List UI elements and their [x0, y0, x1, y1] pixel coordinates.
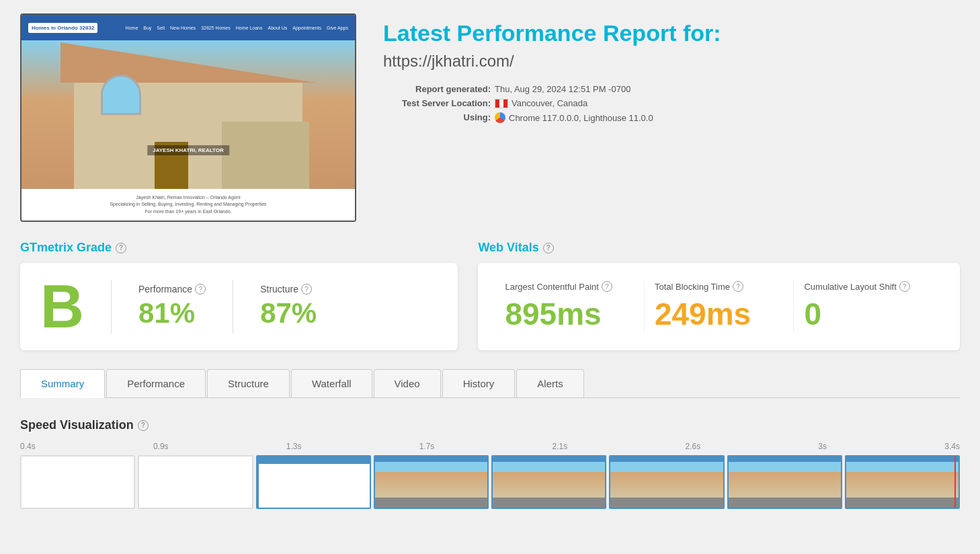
frame-inner-7: [729, 457, 841, 508]
speed-visualization-section: Speed Visualization ? 0.4s 0.9s 1.3s 1.7…: [20, 411, 960, 522]
web-vitals-help-icon[interactable]: ?: [543, 243, 554, 253]
frame-inner-4: [375, 457, 487, 508]
gtmetrix-grade-help-icon[interactable]: ?: [116, 243, 126, 253]
frame-7: [727, 455, 842, 509]
performance-metric: Performance ? 81%: [138, 284, 206, 329]
using-label: Using:: [383, 112, 491, 123]
timeline-label-2: 1.3s: [286, 442, 302, 451]
structure-value: 87%: [260, 297, 317, 329]
tbt-label: Total Blocking Time ?: [655, 281, 784, 292]
speed-viz-title: Speed Visualization ?: [20, 418, 960, 432]
frame-inner-3: [257, 457, 370, 508]
frame-image-8: [845, 455, 960, 509]
screenshot-caption: Jayesh Khatri, Remax Innovation – Orland…: [22, 189, 355, 221]
main-container: Homes in Orlando 32832 HomeBuySellNew Ho…: [0, 0, 980, 554]
lcp-help-icon[interactable]: ?: [602, 281, 612, 292]
screenshot-inner: Homes in Orlando 32832 HomeBuySellNew Ho…: [22, 15, 355, 221]
tbt-value: 249ms: [655, 296, 784, 332]
tab-video[interactable]: Video: [374, 369, 441, 397]
chrome-icon: [495, 112, 505, 123]
grade-divider-2: [233, 280, 233, 333]
frame-image-2: [138, 455, 253, 509]
grade-letter: B: [40, 276, 84, 337]
grades-section: GTmetrix Grade ? B Performance ? 81% Str…: [20, 241, 960, 350]
tab-performance[interactable]: Performance: [106, 369, 206, 397]
structure-label: Structure ?: [260, 284, 317, 294]
screenshot-nav: Homes in Orlando 32832 HomeBuySellNew Ho…: [22, 15, 355, 40]
tab-structure[interactable]: Structure: [207, 369, 290, 397]
top-section: Homes in Orlando 32832 HomeBuySellNew Ho…: [20, 13, 960, 222]
speed-viz-help-icon[interactable]: ?: [138, 420, 149, 431]
tbt-help-icon[interactable]: ?: [733, 281, 743, 292]
frame-image-5: [491, 455, 606, 509]
frame-8: [845, 455, 960, 509]
frame-3: [256, 455, 371, 509]
performance-value: 81%: [138, 297, 206, 329]
house-roof: [60, 42, 316, 83]
speed-timeline: 0.4s 0.9s 1.3s 1.7s 2.1s 2.6s 3s 3.4s: [20, 442, 960, 516]
timeline-label-1: 0.9s: [153, 442, 169, 451]
frame-inner-8: [846, 457, 958, 508]
grade-card: B Performance ? 81% Structure ? 87%: [20, 263, 458, 350]
canada-flag-icon: [495, 99, 508, 108]
structure-metric: Structure ? 87%: [260, 284, 317, 329]
frame-5: [491, 455, 606, 509]
report-info: Latest Performance Report for: https://j…: [383, 13, 960, 222]
frame-4: [374, 455, 489, 509]
report-url: https://jkhatri.com/: [383, 52, 960, 71]
frame-1: [20, 455, 135, 509]
gtmetrix-grade-title: GTmetrix Grade ?: [20, 241, 458, 255]
hero-house: [60, 54, 316, 189]
frame-image-6: [609, 455, 724, 509]
lcp-metric: Largest Contentful Paint ? 895ms: [495, 281, 645, 332]
tabs-section: Summary Performance Structure Waterfall …: [20, 369, 960, 398]
using-value: Chrome 117.0.0.0, Lighthouse 11.0.0: [495, 112, 653, 123]
nav-logo: Homes in Orlando 32832: [28, 23, 97, 33]
frame-image-4: [374, 455, 489, 509]
frame-inner-6: [610, 457, 723, 508]
cls-help-icon[interactable]: ?: [899, 281, 910, 292]
cls-metric: Cumulative Layout Shift ? 0: [794, 281, 943, 332]
structure-help-icon[interactable]: ?: [301, 284, 312, 294]
performance-help-icon[interactable]: ?: [195, 284, 206, 294]
meta-row-server: Test Server Location: Vancouver, Canada: [383, 98, 960, 108]
generated-label: Report generated:: [383, 84, 491, 94]
web-vitals-title: Web Vitals ?: [478, 241, 960, 255]
tbt-metric: Total Blocking Time ? 249ms: [645, 281, 794, 332]
meta-row-generated: Report generated: Thu, Aug 29, 2024 12:5…: [383, 84, 960, 94]
server-label: Test Server Location:: [383, 98, 491, 108]
lcp-value: 895ms: [505, 296, 634, 332]
site-screenshot: Homes in Orlando 32832 HomeBuySellNew Ho…: [20, 13, 356, 222]
cls-label: Cumulative Layout Shift ?: [804, 281, 933, 292]
gtmetrix-grade-section: GTmetrix Grade ? B Performance ? 81% Str…: [20, 241, 458, 350]
tab-summary[interactable]: Summary: [20, 369, 105, 398]
report-title: Latest Performance Report for:: [383, 20, 960, 46]
report-meta: Report generated: Thu, Aug 29, 2024 12:5…: [383, 84, 960, 123]
timeline-label-6: 3s: [818, 442, 827, 451]
timeline-label-7: 3.4s: [944, 442, 960, 451]
frame-image-1: [20, 455, 135, 509]
tab-history[interactable]: History: [442, 369, 516, 397]
timeline-label-4: 2.1s: [553, 442, 568, 451]
frame-6: [609, 455, 724, 509]
timeline-label-0: 0.4s: [20, 442, 36, 451]
lcp-label: Largest Contentful Paint ?: [505, 281, 634, 292]
timeline-label-5: 2.6s: [685, 442, 700, 451]
timeline-frames: [20, 455, 960, 509]
frame-image-3: [256, 455, 371, 509]
tab-waterfall[interactable]: Waterfall: [291, 369, 372, 397]
generated-value: Thu, Aug 29, 2024 12:51 PM -0700: [495, 84, 630, 94]
frame-marker-red: [954, 457, 956, 508]
house-window: [101, 75, 141, 115]
name-overlay: JAYESH KHATRI, REALTOR: [147, 145, 229, 155]
frame-inner-5: [493, 457, 605, 508]
frame-marker-3: [257, 457, 259, 508]
timeline-label-3: 1.7s: [419, 442, 435, 451]
tab-alerts[interactable]: Alerts: [516, 369, 583, 397]
screenshot-hero: JAYESH KHATRI, REALTOR: [22, 40, 355, 189]
performance-label: Performance ?: [138, 284, 206, 294]
tabs-list: Summary Performance Structure Waterfall …: [20, 369, 960, 397]
web-vitals-section: Web Vitals ? Largest Contentful Paint ? …: [478, 241, 960, 350]
timeline-labels: 0.4s 0.9s 1.3s 1.7s 2.1s 2.6s 3s 3.4s: [20, 442, 960, 451]
cls-value: 0: [804, 296, 933, 332]
